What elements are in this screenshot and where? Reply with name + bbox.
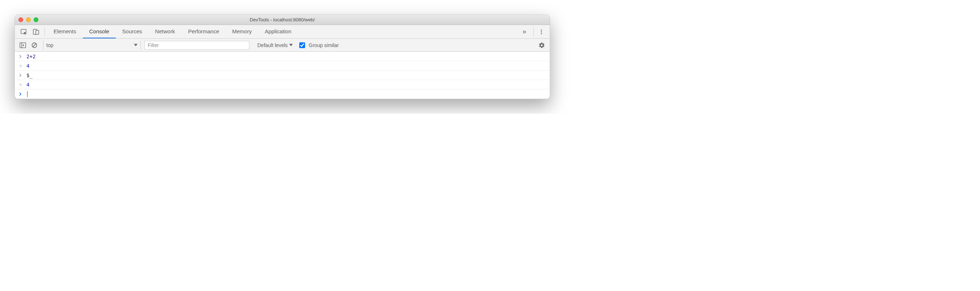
input-marker-icon (19, 54, 25, 59)
tabs-bar: ElementsConsoleSourcesNetworkPerformance… (15, 25, 550, 39)
tab-label: Performance (188, 28, 219, 34)
chevron-double-right-icon: » (523, 28, 526, 35)
tab-console[interactable]: Console (83, 25, 116, 38)
tab-label: Elements (54, 28, 76, 34)
more-tabs-button[interactable]: » (517, 25, 531, 38)
tabs-list: ElementsConsoleSourcesNetworkPerformance… (47, 25, 517, 38)
svg-point-11 (21, 84, 22, 85)
log-levels-label: Default levels (257, 42, 288, 48)
kebab-icon (538, 29, 544, 35)
console-input-row: 2+2 (15, 52, 550, 61)
console-input-row: $_ (15, 71, 550, 80)
tab-memory[interactable]: Memory (226, 25, 258, 38)
console-prompt[interactable] (15, 89, 550, 99)
code-token: 2 (33, 54, 35, 59)
filter-input[interactable] (145, 41, 249, 49)
tab-application[interactable]: Application (258, 25, 298, 38)
svg-point-10 (21, 65, 22, 66)
chevron-down-icon (134, 44, 137, 46)
tab-elements[interactable]: Elements (47, 25, 83, 38)
log-levels-selector[interactable]: Default levels (257, 42, 293, 48)
chevron-down-icon (289, 44, 293, 46)
console-result-row: 4 (15, 80, 550, 89)
console-result-row: 4 (15, 61, 550, 71)
tab-label: Application (265, 28, 291, 34)
console-output: 2+24$_4 (15, 52, 550, 99)
input-marker-icon (19, 92, 25, 96)
console-row-content: 2+2 (25, 54, 546, 59)
close-window-button[interactable] (19, 17, 23, 22)
context-selector-label: top (46, 42, 53, 48)
result-marker-icon (19, 64, 25, 68)
console-row-content: 4 (25, 63, 546, 69)
code-token: $_ (26, 72, 33, 78)
titlebar: DevTools - localhost:8080/web/ (15, 15, 550, 25)
svg-point-5 (541, 33, 542, 34)
console-row-content: $_ (25, 72, 546, 78)
tab-performance[interactable]: Performance (182, 25, 226, 38)
devtools-window: DevTools - localhost:8080/web/ ElementsC… (14, 14, 550, 99)
input-marker-icon (19, 73, 25, 78)
svg-point-3 (541, 29, 542, 30)
traffic-lights (19, 17, 38, 22)
group-similar-label: Group similar (309, 42, 339, 48)
result-marker-icon (19, 83, 25, 87)
code-token: 4 (26, 82, 29, 87)
gear-icon (538, 42, 545, 49)
show-console-sidebar-icon[interactable] (18, 40, 28, 50)
divider (533, 27, 534, 36)
divider (45, 27, 45, 36)
window-title: DevTools - localhost:8080/web/ (15, 17, 550, 22)
minimize-window-button[interactable] (26, 17, 31, 22)
tab-label: Memory (232, 28, 252, 34)
zoom-window-button[interactable] (33, 17, 38, 22)
tab-network[interactable]: Network (149, 25, 182, 38)
code-token: 4 (26, 63, 29, 69)
console-row-content: 4 (25, 82, 546, 87)
tab-label: Sources (123, 28, 142, 34)
tab-sources[interactable]: Sources (116, 25, 149, 38)
device-toolbar-icon[interactable] (30, 25, 42, 38)
more-options-button[interactable] (536, 25, 547, 38)
svg-rect-2 (36, 30, 39, 34)
tab-label: Network (155, 28, 175, 34)
tab-label: Console (89, 28, 109, 34)
svg-line-9 (33, 43, 36, 47)
group-similar-checkbox[interactable] (299, 42, 305, 48)
code-token: + (29, 54, 32, 59)
console-toolbar: top Default levels Group similar (15, 39, 550, 52)
svg-point-4 (541, 31, 542, 32)
context-selector[interactable]: top (43, 41, 141, 50)
console-row-content (25, 91, 546, 97)
text-cursor (27, 91, 27, 97)
clear-console-icon[interactable] (29, 40, 40, 50)
console-settings-icon[interactable] (537, 40, 547, 50)
inspect-element-icon[interactable] (18, 25, 30, 38)
